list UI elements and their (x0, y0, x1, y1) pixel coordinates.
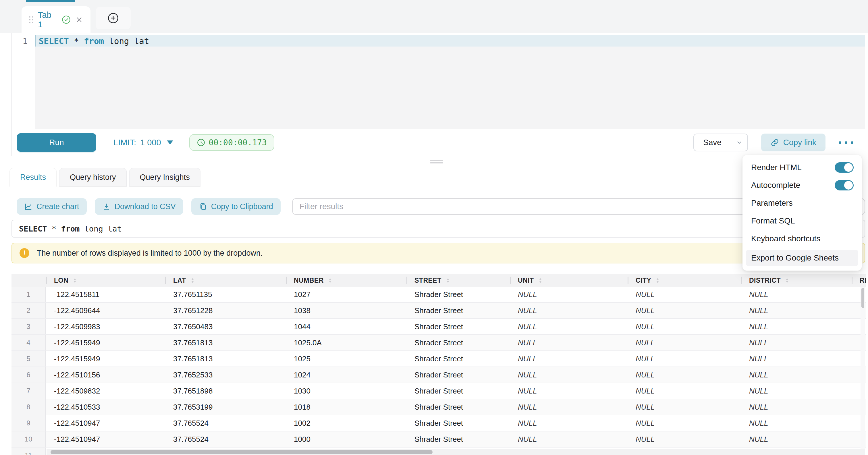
render-html-toggle[interactable] (835, 162, 854, 173)
copy-link-button[interactable]: Copy link (761, 133, 826, 151)
column-header-street[interactable]: STREET (406, 274, 510, 287)
column-header-city[interactable]: CITY (628, 274, 741, 287)
sql-code-line[interactable]: SELECT * from long_lat (39, 36, 149, 46)
cell-city[interactable]: NULL (628, 431, 741, 447)
run-button[interactable]: Run (17, 133, 96, 152)
more-options-button[interactable] (838, 139, 855, 147)
cell-number[interactable]: 1044 (286, 319, 406, 334)
cell-city[interactable]: NULL (628, 383, 741, 399)
cell-lat[interactable]: 37.7651813 (165, 351, 286, 367)
cell-city[interactable]: NULL (628, 335, 741, 351)
cell-unit[interactable]: NULL (510, 335, 628, 351)
cell-street[interactable]: Shrader Street (406, 431, 510, 447)
menu-item-export-google-sheets[interactable]: Export to Google Sheets (746, 250, 858, 266)
cell-district[interactable]: NULL (741, 383, 851, 399)
cell-lon[interactable]: -122.4515949 (46, 335, 165, 351)
table-row[interactable]: 2 -122.4509644 37.7651228 1038 Shrader S… (11, 303, 866, 319)
tab-drag-handle-icon[interactable] (29, 17, 33, 23)
cell-lat[interactable]: 37.7651898 (165, 383, 286, 399)
tab-1[interactable]: Tab 1 (22, 6, 91, 33)
menu-item-autocomplete[interactable]: Autocomplete (742, 176, 862, 194)
cell-lat[interactable]: 37.765524 (165, 431, 286, 447)
add-tab-button[interactable] (96, 7, 131, 29)
cell-number[interactable]: 1027 (286, 287, 406, 302)
menu-item-keyboard-shortcuts[interactable]: Keyboard shortcuts (742, 230, 862, 248)
cell-number[interactable]: 1038 (286, 303, 406, 318)
cell-lat[interactable]: 37.7651813 (165, 335, 286, 351)
close-tab-icon[interactable] (75, 16, 83, 24)
cell-city[interactable]: NULL (628, 287, 741, 302)
download-csv-button[interactable]: Download to CSV (95, 198, 183, 215)
cell-street[interactable]: Shrader Street (406, 415, 510, 431)
cell-lon[interactable]: -122.4510156 (46, 367, 165, 383)
menu-item-format-sql[interactable]: Format SQL (742, 212, 862, 230)
column-header-number[interactable]: NUMBER (286, 274, 406, 287)
table-row[interactable]: 6 -122.4510156 37.7652533 1024 Shrader S… (11, 367, 866, 383)
cell-lon[interactable]: -122.4515811 (46, 287, 165, 302)
cell-city[interactable]: NULL (628, 367, 741, 383)
menu-item-parameters[interactable]: Parameters (742, 194, 862, 212)
cell-district[interactable]: NULL (741, 415, 851, 431)
cell-lat[interactable]: 37.7651135 (165, 287, 286, 302)
cell-unit[interactable]: NULL (510, 431, 628, 447)
cell-district[interactable]: NULL (741, 319, 851, 334)
cell-unit[interactable]: NULL (510, 383, 628, 399)
column-header-lon[interactable]: LON (46, 274, 165, 287)
table-row[interactable]: 1 -122.4515811 37.7651135 1027 Shrader S… (11, 287, 866, 303)
cell-lat[interactable]: 37.7652533 (165, 367, 286, 383)
cell-lat[interactable]: 37.7653199 (165, 399, 286, 415)
tab-query-history[interactable]: Query history (59, 168, 127, 187)
cell-street[interactable]: Shrader Street (406, 399, 510, 415)
sort-icon[interactable] (191, 277, 194, 283)
cell-street[interactable]: Shrader Street (406, 287, 510, 302)
cell-lon[interactable]: -122.4515949 (46, 351, 165, 367)
cell-number[interactable]: 1000 (286, 431, 406, 447)
cell-district[interactable]: NULL (741, 351, 851, 367)
sort-icon[interactable] (538, 277, 542, 283)
vertical-scrollbar-thumb[interactable] (861, 288, 864, 308)
cell-city[interactable]: NULL (628, 319, 741, 334)
cell-unit[interactable]: NULL (510, 303, 628, 318)
sort-icon[interactable] (73, 277, 77, 283)
sort-icon[interactable] (328, 277, 332, 283)
table-row[interactable]: 3 -122.4509983 37.7650483 1044 Shrader S… (11, 319, 866, 335)
table-row[interactable]: 5 -122.4515949 37.7651813 1025 Shrader S… (11, 351, 866, 367)
sort-icon[interactable] (446, 277, 450, 283)
vertical-scrollbar-track[interactable] (861, 287, 865, 449)
column-header-unit[interactable]: UNIT (510, 274, 628, 287)
cell-district[interactable]: NULL (741, 399, 851, 415)
table-row[interactable]: 4 -122.4515949 37.7651813 1025.0A Shrade… (11, 335, 866, 351)
cell-street[interactable]: Shrader Street (406, 351, 510, 367)
column-header-lat[interactable]: LAT (165, 274, 286, 287)
cell-lat[interactable]: 37.7651228 (165, 303, 286, 318)
cell-lat[interactable]: 37.765524 (165, 415, 286, 431)
save-button[interactable]: Save (694, 134, 731, 151)
cell-street[interactable]: Shrader Street (406, 383, 510, 399)
cell-number[interactable]: 1018 (286, 399, 406, 415)
cell-street[interactable]: Shrader Street (406, 335, 510, 351)
cell-street[interactable]: Shrader Street (406, 367, 510, 383)
cell-unit[interactable]: NULL (510, 351, 628, 367)
cell-number[interactable]: 1002 (286, 415, 406, 431)
cell-street[interactable]: Shrader Street (406, 303, 510, 318)
cell-street[interactable]: Shrader Street (406, 319, 510, 334)
column-header-district[interactable]: DISTRICT (741, 274, 851, 287)
cell-unit[interactable]: NULL (510, 319, 628, 334)
cell-district[interactable]: NULL (741, 335, 851, 351)
tab-results[interactable]: Results (9, 168, 57, 187)
cell-number[interactable]: 1030 (286, 383, 406, 399)
column-header-re[interactable]: RE (851, 274, 866, 287)
table-row[interactable]: 7 -122.4509832 37.7651898 1030 Shrader S… (11, 383, 866, 399)
cell-unit[interactable]: NULL (510, 415, 628, 431)
cell-city[interactable]: NULL (628, 415, 741, 431)
cell-lon[interactable]: -122.4510947 (46, 415, 165, 431)
cell-lon[interactable]: -122.4510947 (46, 431, 165, 447)
cell-unit[interactable]: NULL (510, 399, 628, 415)
cell-city[interactable]: NULL (628, 303, 741, 318)
limit-dropdown[interactable]: LIMIT: 1 000 (114, 138, 173, 147)
cell-district[interactable]: NULL (741, 303, 851, 318)
cell-district[interactable]: NULL (741, 287, 851, 302)
create-chart-button[interactable]: Create chart (17, 198, 87, 215)
table-row[interactable]: 10 -122.4510947 37.765524 1000 Shrader S… (11, 431, 866, 448)
autocomplete-toggle[interactable] (835, 180, 854, 190)
